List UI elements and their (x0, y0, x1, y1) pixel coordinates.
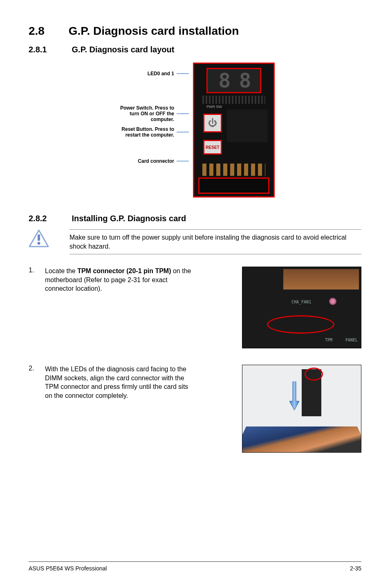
tpm-silkscreen: TPM (325, 338, 332, 342)
step-2-number: 2. (29, 365, 37, 372)
cha-fan-silkscreen: CHA_FAN1 (291, 300, 311, 304)
step-1-image: CHA_FAN1 TPM PANEL (242, 267, 361, 348)
pointer-line-icon (177, 113, 189, 114)
tpm-highlight-circle-icon (267, 315, 334, 334)
label-connector: Card connector (138, 158, 174, 164)
section-text: G.P. Diagnosis card installation (69, 25, 239, 37)
chip-icon (227, 110, 268, 142)
capacitor-icon (329, 298, 336, 305)
card-layout-diagram: LED0 and 1 Power Switch. Press to turn O… (29, 63, 361, 197)
motherboard-angled-icon (242, 426, 361, 452)
power-button-icon: ⏻ (203, 114, 222, 132)
caution-text: Make sure to turn off the power supply u… (69, 229, 361, 254)
footer-page: 2-35 (350, 565, 361, 572)
step-2-row: 2. With the LEDs of the diagnosis card f… (29, 365, 361, 453)
svg-rect-0 (38, 234, 40, 241)
subsection-281-number: 2.8.1 (29, 45, 69, 54)
caution-block: Make sure to turn off the power supply u… (29, 229, 361, 254)
connector-pins-icon (202, 164, 265, 176)
step-2-text: With the LEDs of the diagnosis card faci… (45, 365, 192, 400)
step-1-prefix: Locate the (45, 267, 77, 274)
page-footer: ASUS P5E64 WS Professional 2-35 (29, 561, 361, 572)
step-1-number: 1. (29, 267, 37, 274)
section-number: 2.8 (29, 25, 65, 38)
label-led: LED0 and 1 (148, 71, 174, 76)
led-highlight-circle-icon (305, 368, 323, 381)
step-1-row: 1. Locate the TPM connector (20-1 pin TP… (29, 267, 361, 348)
subsection-281-title: 2.8.1 G.P. Diagnosis card layout (29, 45, 361, 54)
heatsink-icon (283, 269, 359, 290)
seven-segment-icon: 8 8 (218, 69, 249, 92)
down-arrow-icon (289, 382, 299, 410)
card-label-column: LED0 and 1 Power Switch. Press to turn O… (115, 63, 189, 164)
subsection-281-text: G.P. Diagnosis card layout (72, 45, 175, 54)
pointer-line-icon (177, 132, 189, 132)
subsection-282-number: 2.8.2 (29, 214, 69, 223)
label-reset: Reset Button. Press to restart the compu… (117, 126, 174, 138)
connector-area (198, 177, 269, 194)
step-2-image (242, 365, 361, 453)
led-display-area: 8 8 (206, 68, 261, 93)
pointer-line-icon (177, 161, 189, 162)
pwr-sw-silkscreen: PWR SW (206, 105, 222, 109)
subsection-282-text: Installing G.P. Diagnosis card (72, 214, 186, 223)
reset-button-icon: RESET (203, 140, 222, 155)
svg-point-1 (38, 242, 40, 245)
pointer-line-icon (177, 73, 189, 74)
diagnosis-card-image: 8 8 PWR SW ⏻ RESET (193, 63, 275, 197)
section-title: 2.8 G.P. Diagnosis card installation (29, 25, 361, 38)
panel-silkscreen: PANEL (345, 338, 358, 342)
step-1-bold: TPM connector (20-1 pin TPM) (77, 267, 171, 274)
label-power: Power Switch. Press to turn ON or OFF th… (117, 105, 174, 122)
caution-icon (29, 229, 49, 247)
resistor-row-icon (202, 96, 265, 104)
reset-label: RESET (206, 145, 219, 150)
step-1-text: Locate the TPM connector (20-1 pin TPM) … (45, 267, 192, 293)
footer-product: ASUS P5E64 WS Professional (29, 565, 107, 572)
subsection-282-title: 2.8.2 Installing G.P. Diagnosis card (29, 214, 361, 223)
